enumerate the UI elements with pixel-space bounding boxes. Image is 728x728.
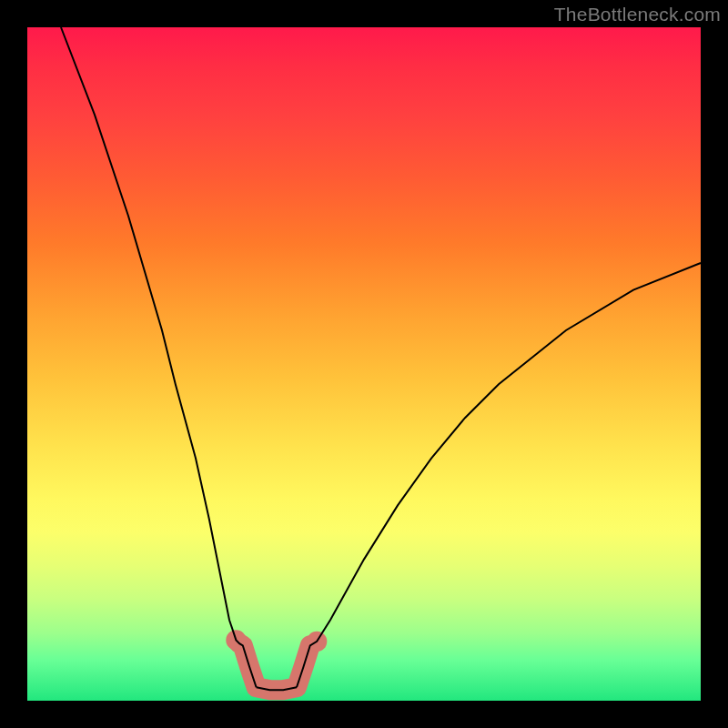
curve-svg — [27, 27, 701, 701]
curve-left-branch — [61, 27, 257, 687]
plot-area — [27, 27, 701, 701]
curve-right-branch — [297, 263, 701, 687]
chart-frame: TheBottleneck.com — [0, 0, 728, 728]
watermark-text: TheBottleneck.com — [554, 4, 721, 25]
